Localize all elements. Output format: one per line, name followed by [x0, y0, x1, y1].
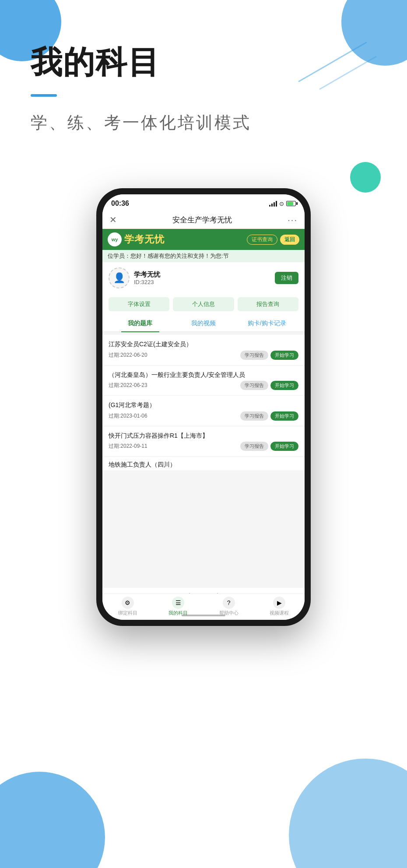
action-buttons-row: 字体设置 个人信息 报告查询: [102, 294, 305, 316]
page-title: 我的科目: [31, 42, 160, 84]
signal-icon: [269, 200, 277, 207]
app-logo: wy 学考无忧: [108, 232, 165, 246]
wifi-icon: ⊙: [279, 200, 284, 207]
bg-circle-teal: [350, 162, 381, 193]
close-icon[interactable]: ✕: [109, 214, 117, 225]
nav-item-video[interactable]: ▶ 视频课程: [254, 597, 305, 616]
bg-arc-bottom-left: [0, 772, 105, 868]
phone-mockup: 00:36 ⊙ ✕ 安全生产学考无忧: [96, 188, 311, 626]
tabs-row: 我的题库 我的视频 购卡/购卡记录: [102, 316, 305, 332]
cert-query-button[interactable]: 证书查询: [247, 235, 277, 245]
course-actions-3: 学习报告 开始学习: [240, 411, 298, 421]
title-underline: [31, 94, 57, 97]
home-indicator: [182, 615, 225, 616]
logo-badge: wy: [108, 232, 122, 246]
start-button-3[interactable]: 开始学习: [270, 411, 298, 421]
bg-arc-top-right: [341, 0, 407, 66]
start-button-4[interactable]: 开始学习: [270, 442, 298, 451]
course-item-3: (G1河北常考题） 过期:2023-01-06 学习报告 开始学习: [102, 396, 305, 426]
font-settings-button[interactable]: 字体设置: [109, 297, 169, 311]
more-icon[interactable]: ···: [288, 215, 298, 225]
course-meta-2: 过期:2022-06-23 学习报告 开始学习: [109, 381, 298, 390]
avatar-icon: 👤: [113, 272, 125, 284]
bg-line-diagonal: [298, 42, 367, 82]
profile-info: 学考无忧 ID:3223: [134, 271, 160, 285]
phone-inner: 00:36 ⊙ ✕ 安全生产学考无忧: [102, 194, 305, 620]
nav-label-bind: 绑定科目: [118, 610, 137, 616]
report-button-3[interactable]: 学习报告: [240, 411, 268, 421]
logo-text: 学考无忧: [124, 233, 165, 246]
course-title-1: 江苏安全员C2证(土建安全员）: [109, 340, 298, 349]
course-meta-3: 过期:2023-01-06 学习报告 开始学习: [109, 411, 298, 421]
course-item-2: （河北秦皇岛）一般行业主要负责人/安全管理人员 过期:2022-06-23 学习…: [102, 365, 305, 396]
course-item-1: 江苏安全员C2证(土建安全员） 过期:2022-06-20 学习报告 开始学习: [102, 335, 305, 365]
app-nav-bar: ✕ 安全生产学考无忧 ···: [102, 211, 305, 229]
profile-section: 👤 学考无忧 ID:3223 注销: [102, 262, 305, 294]
course-expire-4: 过期:2022-09-11: [109, 443, 147, 450]
report-query-button[interactable]: 报告查询: [238, 297, 298, 311]
nav-item-my[interactable]: ☰ 我的科目: [153, 597, 204, 616]
return-button[interactable]: 返回: [280, 235, 299, 245]
course-expire-3: 过期:2023-01-06: [109, 412, 147, 420]
battery-icon: [286, 201, 296, 206]
nav-label-video: 视频课程: [270, 610, 289, 616]
course-actions-4: 学习报告 开始学习: [240, 442, 298, 451]
bg-arc-bottom-right: [289, 759, 407, 868]
profile-left: 👤 学考无忧 ID:3223: [109, 267, 160, 288]
app-header: wy 学考无忧 证书查询 返回: [102, 229, 305, 250]
profile-name: 学考无忧: [134, 271, 160, 279]
phone-outer: 00:36 ⊙ ✕ 安全生产学考无忧: [96, 188, 311, 626]
course-actions-2: 学习报告 开始学习: [240, 381, 298, 390]
avatar: 👤: [109, 267, 130, 288]
course-actions-1: 学习报告 开始学习: [240, 351, 298, 360]
course-expire-2: 过期:2022-06-23: [109, 382, 147, 389]
my-subject-icon: ☰: [172, 597, 184, 609]
header-buttons: 证书查询 返回: [247, 235, 299, 245]
app-nav-title: 安全生产学考无忧: [172, 215, 232, 225]
status-icons: ⊙: [269, 200, 296, 207]
help-center-icon: ?: [223, 597, 235, 609]
start-button-2[interactable]: 开始学习: [270, 381, 298, 390]
nav-item-help[interactable]: ? 帮助中心: [204, 597, 254, 616]
tab-purchase[interactable]: 购卡/购卡记录: [235, 316, 298, 331]
course-item-4: 快开门式压力容器操作R1【上海市】 过期:2022-09-11 学习报告 开始学…: [102, 426, 305, 457]
bind-subject-icon: ⚙: [122, 597, 134, 609]
report-button-1[interactable]: 学习报告: [240, 351, 268, 360]
bg-line-diagonal2: [319, 56, 376, 90]
tab-my-questions[interactable]: 我的题库: [109, 316, 172, 331]
report-button-4[interactable]: 学习报告: [240, 442, 268, 451]
tab-my-videos[interactable]: 我的视频: [172, 316, 235, 331]
marquee-bar: 位学员：您好！感谢有您的关注和支持！为您:节: [102, 250, 305, 262]
logout-button[interactable]: 注销: [275, 272, 298, 284]
start-button-1[interactable]: 开始学习: [270, 351, 298, 360]
video-course-icon: ▶: [273, 597, 285, 609]
status-time: 00:36: [111, 200, 129, 207]
report-button-2[interactable]: 学习报告: [240, 381, 268, 390]
status-bar: 00:36 ⊙: [102, 194, 305, 211]
course-title-2: （河北秦皇岛）一般行业主要负责人/安全管理人员: [109, 371, 298, 380]
personal-info-button[interactable]: 个人信息: [173, 297, 234, 311]
course-expire-1: 过期:2022-06-20: [109, 351, 147, 359]
course-list: 江苏安全员C2证(土建安全员） 过期:2022-06-20 学习报告 开始学习 …: [102, 335, 305, 471]
nav-item-bind[interactable]: ⚙ 绑定科目: [102, 597, 153, 616]
course-meta-1: 过期:2022-06-20 学习报告 开始学习: [109, 351, 298, 360]
course-title-4: 快开门式压力容器操作R1【上海市】: [109, 432, 298, 440]
page-subtitle: 学、练、考一体化培训模式: [31, 112, 251, 134]
profile-id: ID:3223: [134, 279, 160, 285]
course-title-3: (G1河北常考题）: [109, 401, 298, 410]
course-partial: 地铁施工负责人（四川）: [102, 457, 305, 471]
course-meta-4: 过期:2022-09-11 学习报告 开始学习: [109, 442, 298, 451]
